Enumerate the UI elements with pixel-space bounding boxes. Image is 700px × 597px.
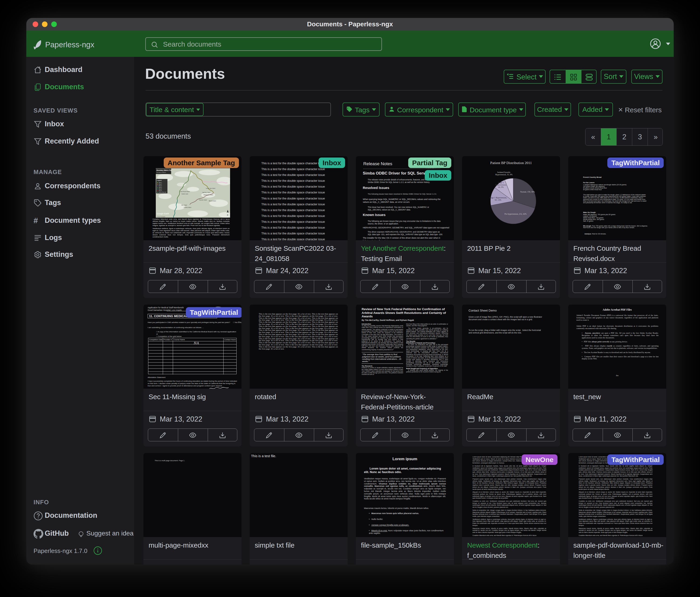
svg-text:Day 4: Day 4 [159,187,162,188]
svg-text:Half Day Island: Half Day Island [202,192,210,193]
svg-text:New Found Island: New Found Island [180,191,190,192]
svg-text:Day 3: Day 3 [159,185,162,186]
svg-text:© 2xx7 Google: © 2xx7 Google [157,216,165,217]
svg-text:Charles Island: Charles Island [184,207,191,208]
svg-text:Camden Island: Camden Island [199,199,207,200]
svg-text:Day 2: Day 2 [159,183,162,185]
svg-text:Six days in BWCA: Six days in BWCA [156,172,166,173]
svg-text:Washington Island: Washington Island [203,194,213,195]
svg-text:Google Earth: Google Earth [157,213,169,215]
svg-text:Day 1: Day 1 [159,182,162,183]
svg-text:Mile Island: Mile Island [181,205,187,206]
svg-text:Bayard Island: Bayard Island [209,200,216,201]
svg-text:Legend: Legend [157,180,161,181]
svg-text:2 mi: 2 mi [223,217,226,218]
svg-text:Insula Lake Island: Insula Lake Island [206,188,216,189]
svg-text:Boundary Waters Trip: Boundary Waters Trip [156,169,172,171]
svg-text:Day 6: Day 6 [159,190,162,191]
svg-text:N: N [227,214,228,216]
svg-text:Day 5: Day 5 [159,188,162,190]
svg-text:Garden Lake: Garden Lake [181,193,188,195]
svg-text:Entry Point 34: Entry Point 34 [159,192,166,193]
